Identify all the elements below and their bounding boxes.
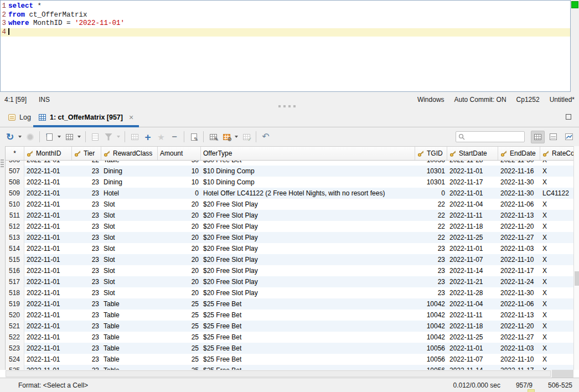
cell-startdate[interactable]: 2022-11-01 xyxy=(447,343,498,354)
cell-ratecode[interactable]: X xyxy=(540,210,573,221)
maximize-panel-icon[interactable] xyxy=(566,114,571,120)
cell-monthid[interactable]: 2022-11-01 xyxy=(24,265,72,276)
cell-tgid[interactable]: 10042 xyxy=(415,310,447,321)
cell-offertype[interactable]: $25 Free Bet xyxy=(201,343,415,354)
cell-startdate[interactable]: 2022-11-28 xyxy=(447,161,498,166)
cell-enddate[interactable]: 2022-11-27 xyxy=(498,332,540,343)
cell-tier[interactable]: 23 xyxy=(72,210,101,221)
grid-options-button[interactable] xyxy=(63,130,76,143)
cell-tgid[interactable]: 22 xyxy=(415,232,447,243)
cell-amount[interactable]: 25 xyxy=(158,332,201,343)
code-lines[interactable]: 1select *2from ct_OfferMatrix3where Mont… xyxy=(1,1,570,37)
cell-ratecode[interactable]: LC41122 xyxy=(540,188,573,199)
cell-ratecode[interactable]: X xyxy=(540,321,573,332)
code-line[interactable]: 1select * xyxy=(1,2,570,11)
cell-offertype[interactable]: $25 Free Bet xyxy=(201,298,415,310)
cell-ratecode[interactable]: X xyxy=(540,365,573,370)
cell-ratecode[interactable]: X xyxy=(540,332,573,343)
table-row[interactable]: 5242022-11-0123Table25$25 Free Bet100562… xyxy=(6,354,573,365)
cell-offertype[interactable]: $20 Free Slot Play xyxy=(201,221,415,232)
cell-rewardclass[interactable]: Slot xyxy=(101,243,158,254)
cell-startdate[interactable]: 2022-11-01 xyxy=(447,166,498,177)
cell-startdate[interactable]: 2022-11-28 xyxy=(447,287,498,298)
cell-startdate[interactable]: 2022-11-07 xyxy=(447,254,498,265)
table-row[interactable]: 5222022-11-0123Table25$25 Free Bet100422… xyxy=(6,332,573,343)
table-row[interactable]: 5172022-11-0123Slot20$20 Free Slot Play2… xyxy=(6,276,573,287)
cell-monthid[interactable]: 2022-11-01 xyxy=(24,221,72,232)
row-number[interactable]: 506 xyxy=(6,161,24,166)
autocommit-status[interactable]: Auto Commit: ON xyxy=(454,96,506,104)
refresh-button[interactable]: ↻ xyxy=(3,130,17,143)
cell-ratecode[interactable]: X xyxy=(540,177,573,188)
cell-monthid[interactable]: 2022-11-01 xyxy=(24,177,72,188)
edit-grid-button[interactable]: ✎ xyxy=(206,130,220,143)
table-row[interactable]: 5102022-11-0123Slot20$20 Free Slot Play2… xyxy=(6,199,573,210)
cell-tier[interactable]: 23 xyxy=(72,177,101,188)
cell-tgid[interactable]: 10042 xyxy=(415,298,447,310)
cell-rewardclass[interactable]: Dining xyxy=(101,166,158,177)
cell-ratecode[interactable]: X xyxy=(540,254,573,265)
cell-tgid[interactable]: 10056 xyxy=(415,365,447,370)
cell-amount[interactable]: 25 xyxy=(158,310,201,321)
cell-tier[interactable]: 23 xyxy=(72,188,101,199)
cell-startdate[interactable]: 2022-11-18 xyxy=(447,221,498,232)
cell-monthid[interactable]: 2022-11-01 xyxy=(24,298,72,310)
cell-rewardclass[interactable]: Table xyxy=(101,321,158,332)
table-row[interactable]: 5142022-11-0123Slot20$20 Free Slot Play2… xyxy=(6,243,573,254)
search-input[interactable] xyxy=(465,132,520,141)
add-row-button[interactable]: + xyxy=(141,130,154,143)
cell-amount[interactable]: 20 xyxy=(158,287,201,298)
column-header--[interactable]: * xyxy=(6,147,24,160)
tab-log[interactable]: Log xyxy=(3,107,37,127)
cell-amount[interactable]: 50 xyxy=(158,161,201,166)
cell-tier[interactable]: 23 xyxy=(72,199,101,210)
row-number[interactable]: 511 xyxy=(6,210,24,221)
cell-offertype[interactable]: $20 Free Slot Play xyxy=(201,243,415,254)
cell-offertype[interactable]: $20 Free Slot Play xyxy=(201,232,415,243)
cell-enddate[interactable]: 2022-11-20 xyxy=(498,321,540,332)
cell-tier[interactable]: 23 xyxy=(72,276,101,287)
cell-tier[interactable]: 23 xyxy=(72,332,101,343)
refresh-dropdown-icon[interactable] xyxy=(17,130,23,143)
cell-tgid[interactable]: 10056 xyxy=(415,354,447,365)
column-header-amount[interactable]: Amount xyxy=(158,147,201,160)
row-number[interactable]: 523 xyxy=(6,343,24,354)
column-header-rewardclass[interactable]: RewardClass xyxy=(101,147,158,160)
cell-enddate[interactable]: 2022-11-30 xyxy=(498,287,540,298)
row-number[interactable]: 525 xyxy=(6,365,24,370)
row-number[interactable]: 520 xyxy=(6,310,24,321)
cell-monthid[interactable]: 2022-11-01 xyxy=(24,354,72,365)
cell-startdate[interactable]: 2022-11-14 xyxy=(447,365,498,370)
cell-ratecode[interactable]: X xyxy=(540,199,573,210)
cell-tier[interactable]: 23 xyxy=(72,166,101,177)
cell-amount[interactable]: 0 xyxy=(158,188,201,199)
cell-enddate[interactable]: 2022-11-30 xyxy=(498,161,540,166)
cell-startdate[interactable]: 2022-11-01 xyxy=(447,243,498,254)
cell-tgid[interactable]: 10056 xyxy=(415,343,447,354)
cell-amount[interactable]: 10 xyxy=(158,177,201,188)
cell-amount[interactable]: 20 xyxy=(158,276,201,287)
cell-enddate[interactable]: 2022-11-06 xyxy=(498,298,540,310)
cell-rewardclass[interactable]: Table xyxy=(101,365,158,370)
export-button[interactable]: ↑ xyxy=(43,130,56,143)
cell-tgid[interactable]: 10042 xyxy=(415,321,447,332)
cell-rewardclass[interactable]: Table xyxy=(101,298,158,310)
cell-enddate[interactable]: 2022-11-13 xyxy=(498,310,540,321)
text-view-button[interactable] xyxy=(546,131,560,143)
undo-button[interactable]: ↶ xyxy=(259,130,272,143)
cell-startdate[interactable]: 2022-11-17 xyxy=(447,177,498,188)
cell-ratecode[interactable]: X xyxy=(540,310,573,321)
cell-tgid[interactable]: 23 xyxy=(415,276,447,287)
cell-amount[interactable]: 20 xyxy=(158,265,201,276)
cell-ratecode[interactable]: X xyxy=(540,232,573,243)
grid-settings-dropdown-icon[interactable] xyxy=(233,130,240,143)
cell-amount[interactable]: 25 xyxy=(158,343,201,354)
vertical-scrollbar-thumb[interactable] xyxy=(575,271,579,286)
cell-rewardclass[interactable]: Table xyxy=(101,332,158,343)
cell-monthid[interactable]: 2022-11-01 xyxy=(24,243,72,254)
cell-monthid[interactable]: 2022-11-01 xyxy=(24,332,72,343)
cell-monthid[interactable]: 2022-11-01 xyxy=(24,254,72,265)
cell-startdate[interactable]: 2022-11-04 xyxy=(447,298,498,310)
table-row[interactable]: 5152022-11-0123Slot20$20 Free Slot Play2… xyxy=(6,254,573,265)
cell-tier[interactable]: 23 xyxy=(72,298,101,310)
